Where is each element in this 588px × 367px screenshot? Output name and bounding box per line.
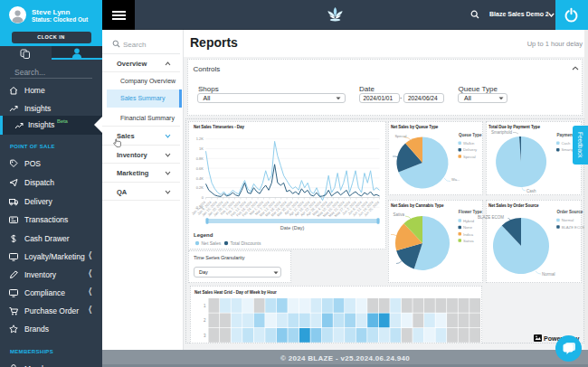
svg-text:Delivery: Delivery: [463, 147, 478, 152]
svg-text:3: 3: [203, 333, 205, 337]
svg-text:Wa...: Wa...: [451, 177, 460, 182]
svg-text:BLAZE ECOM: BLAZE ECOM: [561, 224, 586, 229]
svg-text:Indica: Indica: [463, 231, 474, 236]
svg-text:Smartphold: Smartphold: [490, 130, 512, 135]
svg-text:Date (Day): Date (Day): [280, 224, 304, 230]
svg-text:0.8K: 0.8K: [195, 155, 204, 160]
svg-text:Order Source: Order Source: [556, 209, 583, 213]
svg-text:Sativa: Sativa: [463, 238, 474, 242]
svg-text:Queue Type: Queue Type: [459, 133, 482, 137]
svg-text:2: 2: [203, 318, 205, 323]
svg-text:Net Sales Heat Grid - Day of W: Net Sales Heat Grid - Day of Week by Hou…: [194, 289, 277, 294]
svg-text:0.2K: 0.2K: [195, 185, 204, 190]
svg-text:0: 0: [201, 195, 204, 200]
svg-text:0.6K: 0.6K: [195, 165, 204, 170]
svg-text:1.2K: 1.2K: [195, 136, 204, 141]
svg-text:Special: Special: [463, 155, 476, 159]
svg-text:None: None: [463, 225, 473, 230]
svg-text:Net Sales: Net Sales: [201, 240, 221, 246]
svg-text:Cash: Cash: [526, 189, 536, 193]
svg-text:BLAZE ECOM: BLAZE ECOM: [477, 214, 503, 219]
svg-text:0.4K: 0.4K: [195, 175, 204, 180]
svg-text:Walkin: Walkin: [463, 141, 475, 146]
svg-text:Legend: Legend: [194, 231, 213, 237]
svg-text:Sativa: Sativa: [393, 212, 404, 216]
svg-text:Cash: Cash: [561, 141, 570, 146]
svg-text:Total Discounts: Total Discounts: [230, 240, 261, 246]
svg-text:Special: Special: [394, 134, 406, 138]
svg-text:Hybrid: Hybrid: [463, 218, 475, 222]
svg-text:1K: 1K: [199, 146, 204, 151]
svg-text:Flower Type: Flower Type: [459, 209, 482, 213]
svg-text:Normal: Normal: [542, 271, 555, 276]
svg-text:1: 1: [203, 303, 205, 307]
svg-text:Normal: Normal: [561, 218, 574, 222]
